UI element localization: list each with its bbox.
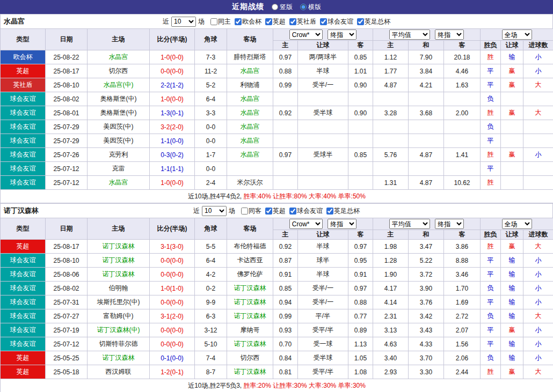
filter-checkbox[interactable] [326,208,333,215]
match-count-select[interactable]: 10 [202,206,227,216]
match-date: 25-08-02 [46,92,88,106]
filter-checkbox-item[interactable]: 球会友谊 [289,206,323,216]
col-odds-home: 主 [273,230,298,240]
avg-odds-draw [409,120,444,134]
match-date: 25-05-25 [46,351,88,365]
filter-checkbox-item[interactable]: 英超 [265,17,286,26]
home-team-link[interactable]: 诺丁汉森林 [88,268,150,282]
result-handicap: 输 [501,268,523,282]
period-select[interactable]: 全场 [502,29,532,40]
away-team-link[interactable]: 水晶宫 [227,148,273,162]
result-wdl: 胜 [481,50,501,64]
summary-rates: 胜率:40% 让胜率:80% 大率:40% 单率:50% [244,193,366,200]
away-team-link[interactable]: 切尔西 [227,351,273,365]
avg-final-select[interactable]: 终指 [435,219,464,229]
home-team-link[interactable]: 水晶宫(中) [88,78,150,92]
final-odds-select[interactable]: 终指 [328,29,356,40]
match-row: 球会友谊25-07-29美因茨(中)3-2(2-0)0-0水晶宫负 [1,120,553,134]
filter-checkbox[interactable] [265,208,272,215]
layout-horizontal-option[interactable]: 横版 [300,3,321,12]
away-team-link[interactable]: 水晶宫 [227,106,273,120]
filter-checkbox-item[interactable]: 球会友谊 [320,17,353,26]
away-team-link[interactable]: 水晶宫 [227,92,273,106]
handicap-line [298,92,348,106]
home-team-link[interactable]: 奥格斯堡(中) [88,92,150,106]
away-team-link[interactable]: 布伦特福德 [227,240,273,254]
average-select[interactable]: 平均值 [389,29,430,40]
avg-odds-home: 3.28 [373,106,409,120]
period-select[interactable]: 全场 [502,219,532,229]
team-section-crystal-palace: 水晶宫 近 10 场 同主欧会杯英超英社盾球会友谊英足总杯 类型 日期 主场 [0,14,553,203]
away-team-link[interactable]: 腓特烈斯塔 [227,50,273,64]
home-team-link[interactable]: 切尔西 [88,64,150,78]
home-team-link[interactable]: 水晶宫 [88,50,150,64]
away-team-link[interactable]: 佛罗伦萨 [227,268,273,282]
filter-checkbox[interactable] [289,208,296,215]
summary-row: 近10场,胜4平4负2, 胜率:40% 让胜率:80% 大率:40% 单率:50… [1,190,553,203]
home-team-link[interactable]: 富勒姆(中) [88,309,150,323]
result-group-header: 全场 [481,29,553,41]
handicap-line [298,176,348,190]
bookmaker-select[interactable]: Crow* [289,29,323,40]
home-team-link[interactable]: 诺丁汉森林 [88,351,150,365]
away-team-link[interactable]: 诺丁汉森林 [227,282,273,295]
away-team-link[interactable]: 利物浦 [227,78,273,92]
near-label: 近 [163,17,169,26]
match-row: 球会友谊25-08-02伯明翰1-0(1-0)0-2诺丁汉森林0.85受半/一0… [1,282,553,295]
home-team-link[interactable]: 美因茨(中) [88,120,150,134]
home-team-link[interactable]: 水晶宫 [88,176,150,190]
avg-odds-home: 1.90 [373,268,409,282]
away-team-link[interactable]: 米尔沃尔 [227,176,273,190]
avg-final-select[interactable]: 终指 [435,29,464,40]
corner-count: 9-9 [195,295,227,309]
away-team-link[interactable]: 诺丁汉森林 [227,309,273,323]
home-team-link[interactable]: 奥格斯堡(中) [88,106,150,120]
filter-checkbox-item[interactable]: 英足总杯 [326,206,360,216]
away-team-link[interactable]: 诺丁汉森林 [227,295,273,309]
filter-checkbox-item[interactable]: 英超 [265,206,286,216]
home-team-link[interactable]: 切斯特菲尔德 [88,337,150,351]
away-team-link[interactable]: 卡达西亚 [227,254,273,268]
handicap-odds-away [348,176,373,190]
filter-checkbox-item[interactable]: 英社盾 [289,17,316,26]
away-team-link[interactable]: 诺丁汉森林 [227,365,273,379]
home-team-link[interactable]: 诺丁汉森林(中) [88,323,150,337]
result-handicap: 赢 [501,64,523,78]
home-team-link[interactable]: 埃斯托里尔(中) [88,295,150,309]
filter-checkbox[interactable] [210,18,217,25]
filter-checkbox[interactable] [357,18,364,25]
match-count-select[interactable]: 10 [171,17,196,27]
bookmaker-select[interactable]: Crow* [289,219,323,229]
home-team-link[interactable]: 诺丁汉森林 [88,240,150,254]
result-overunder [523,134,553,148]
layout-vertical-radio[interactable] [272,4,278,10]
home-team-link[interactable]: 诺丁汉森林 [88,254,150,268]
home-team-link[interactable]: 克劳利 [88,148,150,162]
filter-checkbox-item[interactable]: 英足总杯 [357,17,390,26]
result-wdl: 负 [481,282,501,295]
filter-checkbox[interactable] [265,18,272,25]
final-odds-select[interactable]: 终指 [328,219,356,229]
home-team-link[interactable]: 美因茨(中) [88,134,150,148]
home-team-link[interactable]: 伯明翰 [88,282,150,295]
filter-checkbox[interactable] [235,18,242,25]
away-team-link[interactable]: 水晶宫 [227,120,273,134]
col-odds-away: 客 [348,41,373,50]
layout-horizontal-radio[interactable] [300,4,307,10]
filter-checkbox-item[interactable]: 同客 [241,206,261,216]
filter-checkbox[interactable] [320,18,327,25]
away-team-link[interactable]: 诺丁汉森林 [227,337,273,351]
away-team-link[interactable]: 水晶宫 [227,64,273,78]
filter-checkbox-item[interactable]: 同主 [210,17,231,26]
home-team-link[interactable]: 克雷 [88,162,150,176]
handicap-odds-away [348,134,373,148]
away-team-link[interactable]: 水晶宫 [227,134,273,148]
recent-results-panel: 近期战绩 竖版 横版 水晶宫 近 10 场 同主欧会杯英超英社盾球会友谊英足总杯 [0,0,553,392]
home-team-link[interactable]: 西汉姆联 [88,365,150,379]
layout-vertical-option[interactable]: 竖版 [272,3,293,12]
filter-checkbox-item[interactable]: 欧会杯 [235,17,261,26]
filter-checkbox[interactable] [241,208,248,215]
average-select[interactable]: 平均值 [389,219,430,229]
filter-checkbox[interactable] [289,18,296,25]
away-team-link[interactable]: 摩纳哥 [227,323,273,337]
